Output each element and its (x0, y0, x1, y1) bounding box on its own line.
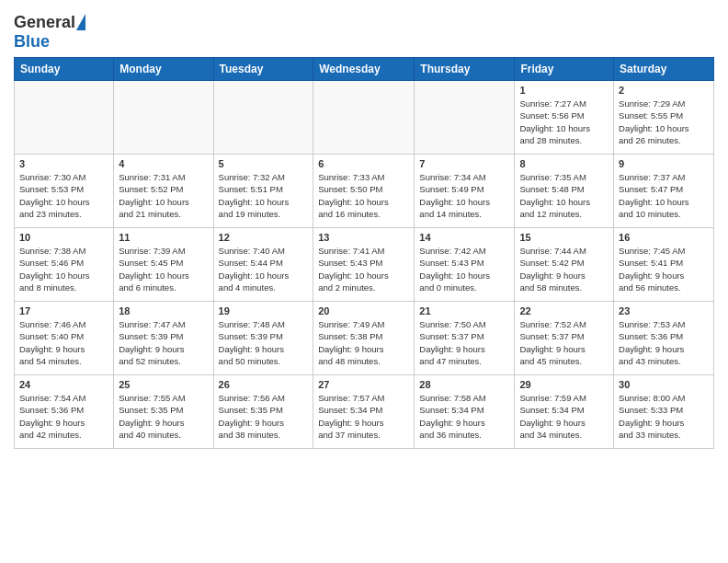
table-row: 24Sunrise: 7:54 AMSunset: 5:36 PMDayligh… (15, 375, 114, 449)
day-number: 24 (19, 379, 108, 390)
day-number: 20 (318, 305, 409, 316)
day-info: Sunrise: 7:42 AMSunset: 5:43 PMDaylight:… (419, 245, 509, 293)
day-number: 14 (419, 232, 509, 243)
weekday-header-tuesday: Tuesday (213, 58, 313, 81)
day-number: 5 (219, 158, 309, 169)
day-number: 7 (419, 158, 509, 169)
table-row: 9Sunrise: 7:37 AMSunset: 5:47 PMDaylight… (614, 155, 714, 228)
table-row: 4Sunrise: 7:31 AMSunset: 5:52 PMDaylight… (114, 155, 213, 228)
day-number: 6 (318, 158, 409, 169)
table-row: 2Sunrise: 7:29 AMSunset: 5:55 PMDaylight… (614, 81, 714, 155)
header: General Blue (14, 9, 714, 52)
logo: General Blue (14, 13, 85, 52)
day-info: Sunrise: 7:35 AMSunset: 5:48 PMDaylight:… (519, 171, 609, 220)
day-info: Sunrise: 7:48 AMSunset: 5:39 PMDaylight:… (219, 318, 309, 367)
table-row: 20Sunrise: 7:49 AMSunset: 5:38 PMDayligh… (313, 302, 415, 375)
day-info: Sunrise: 7:27 AMSunset: 5:56 PMDaylight:… (519, 98, 609, 146)
week-row-2: 10Sunrise: 7:38 AMSunset: 5:46 PMDayligh… (15, 228, 714, 302)
day-number: 27 (318, 379, 409, 390)
day-number: 2 (619, 85, 709, 96)
day-info: Sunrise: 7:59 AMSunset: 5:34 PMDaylight:… (519, 392, 609, 441)
day-number: 9 (619, 158, 709, 169)
weekday-header-sunday: Sunday (15, 58, 114, 81)
weekday-header-saturday: Saturday (614, 58, 714, 81)
weekday-header-thursday: Thursday (415, 58, 515, 81)
day-number: 3 (19, 158, 108, 169)
day-info: Sunrise: 7:29 AMSunset: 5:55 PMDaylight:… (619, 98, 709, 146)
table-row (213, 81, 313, 155)
table-row: 22Sunrise: 7:52 AMSunset: 5:37 PMDayligh… (515, 302, 614, 375)
weekday-header-friday: Friday (515, 58, 614, 81)
table-row (114, 81, 213, 155)
day-info: Sunrise: 7:56 AMSunset: 5:35 PMDaylight:… (219, 392, 309, 441)
day-number: 10 (19, 232, 108, 243)
table-row: 16Sunrise: 7:45 AMSunset: 5:41 PMDayligh… (614, 228, 714, 302)
table-row: 26Sunrise: 7:56 AMSunset: 5:35 PMDayligh… (213, 375, 313, 449)
logo-blue-text: Blue (14, 32, 50, 52)
day-info: Sunrise: 7:46 AMSunset: 5:40 PMDaylight:… (19, 318, 108, 367)
day-number: 29 (519, 379, 609, 390)
table-row: 17Sunrise: 7:46 AMSunset: 5:40 PMDayligh… (15, 302, 114, 375)
day-info: Sunrise: 7:47 AMSunset: 5:39 PMDaylight:… (119, 318, 208, 367)
table-row: 28Sunrise: 7:58 AMSunset: 5:34 PMDayligh… (415, 375, 515, 449)
table-row: 5Sunrise: 7:32 AMSunset: 5:51 PMDaylight… (213, 155, 313, 228)
day-number: 18 (119, 305, 208, 316)
day-number: 21 (419, 305, 509, 316)
day-number: 30 (619, 379, 709, 390)
day-number: 19 (219, 305, 309, 316)
table-row: 27Sunrise: 7:57 AMSunset: 5:34 PMDayligh… (313, 375, 415, 449)
day-info: Sunrise: 7:58 AMSunset: 5:34 PMDaylight:… (419, 392, 509, 441)
table-row: 10Sunrise: 7:38 AMSunset: 5:46 PMDayligh… (15, 228, 114, 302)
table-row: 11Sunrise: 7:39 AMSunset: 5:45 PMDayligh… (114, 228, 213, 302)
table-row: 6Sunrise: 7:33 AMSunset: 5:50 PMDaylight… (313, 155, 415, 228)
day-info: Sunrise: 7:44 AMSunset: 5:42 PMDaylight:… (519, 245, 609, 293)
week-row-1: 3Sunrise: 7:30 AMSunset: 5:53 PMDaylight… (15, 155, 714, 228)
table-row: 18Sunrise: 7:47 AMSunset: 5:39 PMDayligh… (114, 302, 213, 375)
day-info: Sunrise: 7:55 AMSunset: 5:35 PMDaylight:… (119, 392, 208, 441)
day-number: 26 (219, 379, 309, 390)
day-info: Sunrise: 7:40 AMSunset: 5:44 PMDaylight:… (219, 245, 309, 293)
day-number: 1 (519, 85, 609, 96)
table-row: 23Sunrise: 7:53 AMSunset: 5:36 PMDayligh… (614, 302, 714, 375)
table-row (313, 81, 415, 155)
table-row: 12Sunrise: 7:40 AMSunset: 5:44 PMDayligh… (213, 228, 313, 302)
day-info: Sunrise: 7:31 AMSunset: 5:52 PMDaylight:… (119, 171, 208, 220)
day-info: Sunrise: 7:34 AMSunset: 5:49 PMDaylight:… (419, 171, 509, 220)
day-number: 4 (119, 158, 208, 169)
day-number: 13 (318, 232, 409, 243)
page: General Blue SundayMondayTuesdayWednesda… (0, 0, 728, 458)
table-row: 29Sunrise: 7:59 AMSunset: 5:34 PMDayligh… (515, 375, 614, 449)
day-number: 28 (419, 379, 509, 390)
table-row: 15Sunrise: 7:44 AMSunset: 5:42 PMDayligh… (515, 228, 614, 302)
day-number: 17 (19, 305, 108, 316)
day-number: 22 (519, 305, 609, 316)
table-row (415, 81, 515, 155)
day-info: Sunrise: 7:53 AMSunset: 5:36 PMDaylight:… (619, 318, 709, 367)
day-number: 12 (219, 232, 309, 243)
day-info: Sunrise: 7:30 AMSunset: 5:53 PMDaylight:… (19, 171, 108, 220)
day-info: Sunrise: 7:37 AMSunset: 5:47 PMDaylight:… (619, 171, 709, 220)
table-row: 1Sunrise: 7:27 AMSunset: 5:56 PMDaylight… (515, 81, 614, 155)
day-info: Sunrise: 7:49 AMSunset: 5:38 PMDaylight:… (318, 318, 409, 367)
calendar: SundayMondayTuesdayWednesdayThursdayFrid… (14, 57, 714, 449)
day-info: Sunrise: 8:00 AMSunset: 5:33 PMDaylight:… (619, 392, 709, 441)
day-info: Sunrise: 7:41 AMSunset: 5:43 PMDaylight:… (318, 245, 409, 293)
day-info: Sunrise: 7:32 AMSunset: 5:51 PMDaylight:… (219, 171, 309, 220)
table-row: 19Sunrise: 7:48 AMSunset: 5:39 PMDayligh… (213, 302, 313, 375)
day-info: Sunrise: 7:45 AMSunset: 5:41 PMDaylight:… (619, 245, 709, 293)
day-info: Sunrise: 7:33 AMSunset: 5:50 PMDaylight:… (318, 171, 409, 220)
logo-general-text: General (14, 13, 75, 32)
day-number: 11 (119, 232, 208, 243)
table-row: 13Sunrise: 7:41 AMSunset: 5:43 PMDayligh… (313, 228, 415, 302)
table-row: 14Sunrise: 7:42 AMSunset: 5:43 PMDayligh… (415, 228, 515, 302)
day-number: 25 (119, 379, 208, 390)
day-info: Sunrise: 7:39 AMSunset: 5:45 PMDaylight:… (119, 245, 208, 293)
logo-triangle-icon (76, 14, 85, 30)
day-number: 23 (619, 305, 709, 316)
table-row: 7Sunrise: 7:34 AMSunset: 5:49 PMDaylight… (415, 155, 515, 228)
day-info: Sunrise: 7:52 AMSunset: 5:37 PMDaylight:… (519, 318, 609, 367)
table-row: 8Sunrise: 7:35 AMSunset: 5:48 PMDaylight… (515, 155, 614, 228)
day-info: Sunrise: 7:57 AMSunset: 5:34 PMDaylight:… (318, 392, 409, 441)
table-row: 30Sunrise: 8:00 AMSunset: 5:33 PMDayligh… (614, 375, 714, 449)
week-row-3: 17Sunrise: 7:46 AMSunset: 5:40 PMDayligh… (15, 302, 714, 375)
